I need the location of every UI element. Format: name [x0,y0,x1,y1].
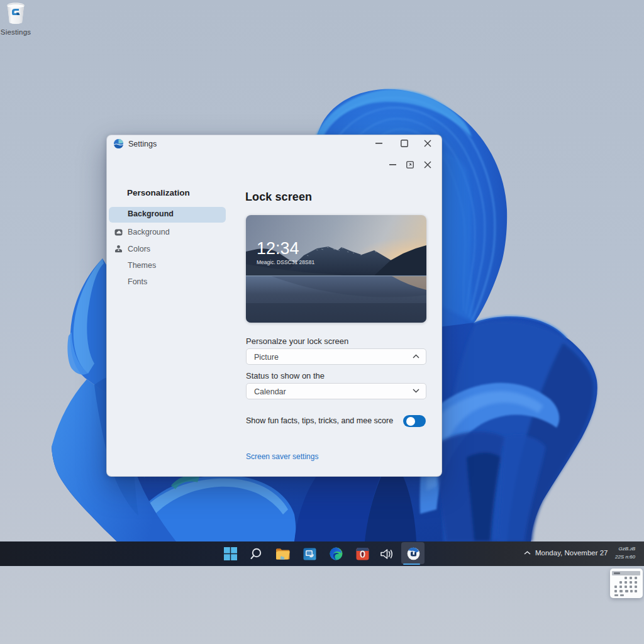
svg-text:12:34: 12:34 [257,239,299,258]
svg-text:Meagic. DSSC31 28S81: Meagic. DSSC31 28S81 [257,259,314,265]
